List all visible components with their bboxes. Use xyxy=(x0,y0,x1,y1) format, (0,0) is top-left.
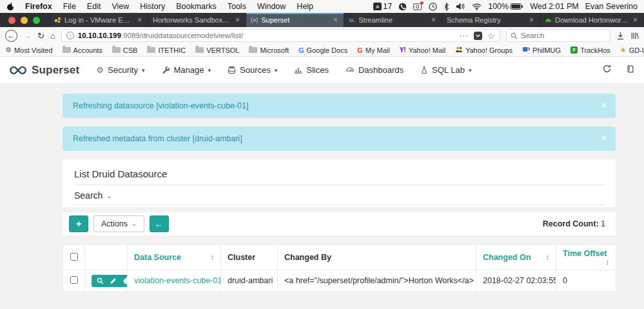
minimize-window-button[interactable] xyxy=(21,17,28,24)
back-button[interactable]: ← xyxy=(5,30,17,42)
bookmark-yahoo-groups[interactable]: Yahoo! Groups xyxy=(455,46,512,54)
tab-close-icon[interactable]: × xyxy=(136,15,143,25)
tab-close-icon[interactable]: × xyxy=(632,15,639,25)
url-bar[interactable]: i 10.10.10.199:9089/druiddatasourcemodel… xyxy=(61,29,500,42)
tab-streamline[interactable]: SL Streamline × xyxy=(344,13,442,27)
tab-close-icon[interactable]: × xyxy=(234,15,241,25)
alert-close-icon[interactable]: × xyxy=(601,133,607,143)
search-icon xyxy=(511,32,518,39)
google-g-icon: G xyxy=(357,46,363,54)
tab-schema-registry[interactable]: Schema Registry × xyxy=(442,13,540,27)
photos-icon[interactable] xyxy=(413,3,422,10)
sort-icon[interactable]: ↕ xyxy=(211,253,215,261)
menu-tools[interactable]: Tools xyxy=(228,2,246,11)
tab-hortonworks-sandbox[interactable]: Hortonworks Sandbox HDF 3.0.2 × xyxy=(148,13,246,27)
reload-button[interactable]: ↻ xyxy=(37,31,44,41)
wifi-icon[interactable] xyxy=(472,3,482,10)
tab-close-icon[interactable]: × xyxy=(332,15,339,25)
actions-dropdown-button[interactable]: Actions ⌄ xyxy=(93,215,144,232)
alert-close-icon[interactable]: × xyxy=(601,100,607,110)
sort-icon[interactable]: ↕ xyxy=(546,253,550,261)
viber-icon[interactable] xyxy=(398,3,407,11)
nav-sql-lab[interactable]: SQL Lab ▾ xyxy=(420,65,471,75)
bookmark-accounts[interactable]: Accounts xyxy=(63,46,102,54)
wrench-icon xyxy=(162,66,170,74)
add-record-button[interactable]: + xyxy=(69,215,88,232)
battery-indicator[interactable]: 100% xyxy=(488,2,523,11)
menubar-clock[interactable]: Wed 2:01 PM xyxy=(530,2,579,11)
nav-slices[interactable]: Slices xyxy=(294,65,329,75)
bookmark-google-docs[interactable]: GGoogle Docs xyxy=(298,46,347,54)
tab-superset-active[interactable]: (≡) Superset × xyxy=(246,13,344,27)
apple-menu-icon[interactable] xyxy=(6,2,14,11)
menu-window[interactable]: Window xyxy=(257,2,286,11)
column-header-cluster[interactable]: Cluster xyxy=(221,245,278,270)
volume-icon[interactable] xyxy=(456,3,465,10)
close-window-button[interactable] xyxy=(8,17,15,24)
home-button[interactable]: ⌂ xyxy=(50,31,55,41)
superset-brand[interactable]: Superset xyxy=(9,64,79,77)
window-controls xyxy=(0,13,50,27)
sort-icon[interactable]: ↕ xyxy=(606,258,610,266)
nav-sources[interactable]: Sources ▾ xyxy=(228,65,277,75)
forward-button[interactable]: → xyxy=(23,31,32,41)
url-text: 10.10.10.199:9089/druiddatasourcemodelvi… xyxy=(78,32,456,39)
search-accordion[interactable]: Search ⌄ xyxy=(74,185,604,205)
edit-record-icon[interactable] xyxy=(110,277,117,284)
menu-history[interactable]: History xyxy=(140,2,165,11)
bookmark-csb[interactable]: CSB xyxy=(112,46,138,54)
browser-search-box[interactable] xyxy=(506,29,610,42)
back-list-button[interactable]: ← xyxy=(150,215,169,232)
time-machine-icon[interactable] xyxy=(429,3,437,11)
bookmark-vertsol[interactable]: VERTSOL xyxy=(195,46,239,54)
delete-record-icon[interactable] xyxy=(122,277,128,284)
refresh-circle-icon[interactable] xyxy=(602,64,612,76)
menu-help[interactable]: Help xyxy=(297,2,313,11)
menu-firefox[interactable]: Firefox xyxy=(25,2,52,11)
page-actions-icon[interactable]: ··· xyxy=(459,31,469,40)
select-all-checkbox[interactable] xyxy=(70,253,78,261)
datasource-link[interactable]: violation-events-cube-01 xyxy=(134,276,221,285)
datasource-table: Data Source↕ Cluster Changed By Changed … xyxy=(63,244,616,292)
bookmark-microsoft[interactable]: Microsoft xyxy=(249,46,289,54)
column-header-time-offset[interactable]: Time Offset↕ xyxy=(556,245,616,270)
bookmark-gd-united[interactable]: ★GD-United xyxy=(620,46,644,54)
nav-security[interactable]: ⚙ Security ▾ xyxy=(96,65,144,75)
menubar-user[interactable]: Evan Severino xyxy=(585,2,638,11)
column-header-data-source[interactable]: Data Source↕ xyxy=(128,245,221,270)
library-icon[interactable] xyxy=(630,32,639,40)
menu-file[interactable]: File xyxy=(63,2,76,11)
bookmark-my-mail[interactable]: GMy Mail xyxy=(357,46,389,54)
bookmark-trackhos[interactable]: FTrackHos xyxy=(571,46,610,54)
notification-count[interactable]: A 17 xyxy=(373,2,392,11)
downloads-icon[interactable] xyxy=(616,32,625,40)
tab-close-icon[interactable]: × xyxy=(430,15,437,25)
datasource-table-panel: Data Source↕ Cluster Changed By Changed … xyxy=(63,244,616,292)
nav-manage[interactable]: Manage ▾ xyxy=(162,65,211,75)
tab-download-hortonworks[interactable]: Download Hortonworks Data × xyxy=(540,13,644,27)
search-input[interactable] xyxy=(521,32,606,39)
site-info-icon[interactable]: i xyxy=(66,32,74,39)
menu-view[interactable]: View xyxy=(112,2,129,11)
column-header-changed-by[interactable]: Changed By xyxy=(278,245,476,270)
nav-dashboards[interactable]: Dashboards xyxy=(346,65,404,75)
bookmark-star-icon[interactable]: ☆ xyxy=(487,31,495,41)
changed-on-cell: 2018-02-27 02:03:55 xyxy=(476,270,556,292)
tab-vmware-esxi[interactable]: Log in - VMware ESXi × xyxy=(50,13,148,27)
page-title: List Druid Datasource xyxy=(74,164,604,185)
show-record-icon[interactable] xyxy=(97,277,104,284)
bluetooth-icon[interactable] xyxy=(444,3,449,11)
menu-bookmarks[interactable]: Bookmarks xyxy=(176,2,217,11)
column-header-changed-on[interactable]: Changed On↕ xyxy=(476,245,556,270)
bookmark-philmug[interactable]: PhilMUG xyxy=(522,46,561,54)
bookmark-itethic[interactable]: ITETHIC xyxy=(147,46,186,54)
zoom-window-button[interactable] xyxy=(33,17,40,24)
row-checkbox[interactable] xyxy=(70,276,78,284)
pocket-icon[interactable] xyxy=(474,32,482,40)
documentation-book-icon[interactable] xyxy=(626,65,635,76)
bookmark-yahoo-mail[interactable]: Y!Yahoo! Mail xyxy=(400,46,445,54)
tab-close-icon[interactable]: × xyxy=(528,15,535,25)
gears-icon: ⚙ xyxy=(96,65,104,75)
bookmark-most-visited[interactable]: ⚙Most Visited xyxy=(5,46,53,54)
menu-edit[interactable]: Edit xyxy=(87,2,101,11)
